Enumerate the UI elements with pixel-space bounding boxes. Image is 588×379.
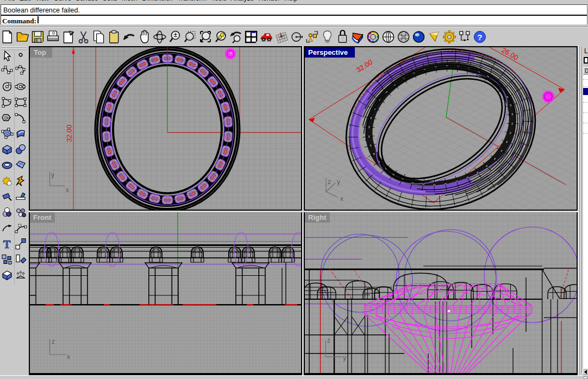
- svg-text:y: y: [337, 178, 340, 186]
- svg-text:x: x: [340, 195, 343, 203]
- svg-text:Front: Front: [33, 213, 52, 222]
- svg-text:Right: Right: [308, 213, 327, 222]
- svg-text:T: T: [3, 238, 11, 250]
- svg-text:y: y: [343, 354, 346, 362]
- svg-text:?: ?: [477, 33, 482, 42]
- svg-text:z: z: [327, 337, 330, 344]
- svg-text:32.00: 32.00: [65, 124, 73, 142]
- svg-text:x: x: [66, 186, 69, 194]
- svg-text:z: z: [52, 338, 55, 345]
- svg-text:z: z: [328, 178, 331, 186]
- svg-text:y: y: [51, 171, 54, 179]
- svg-text:x: x: [67, 353, 70, 361]
- svg-text:Top: Top: [34, 48, 46, 56]
- svg-text:Perspective: Perspective: [308, 48, 348, 56]
